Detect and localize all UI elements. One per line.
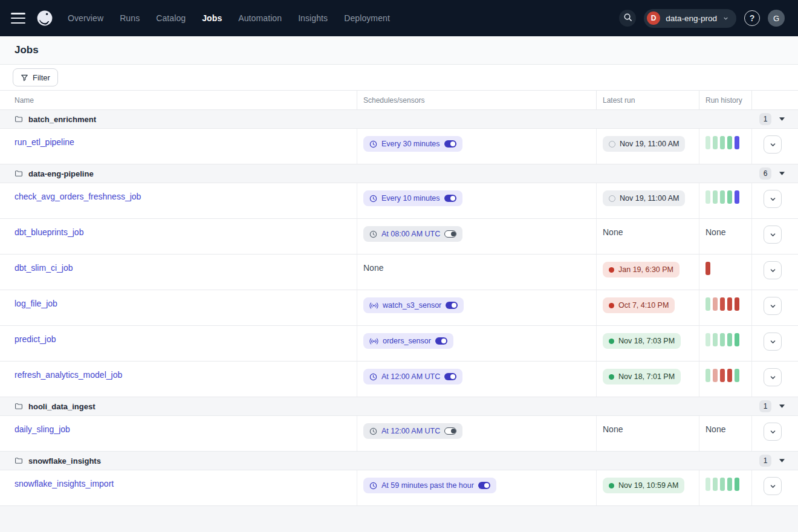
automation-toggle[interactable] [446,302,458,309]
run-history-bar[interactable] [727,478,732,491]
job-actions-button[interactable] [764,368,782,386]
run-history-bar[interactable] [713,136,718,149]
filter-button[interactable]: Filter [13,68,58,86]
job-name-link[interactable]: dbt_blueprints_job [15,227,83,237]
job-name-link[interactable]: refresh_analytics_model_job [15,370,122,380]
run-history-bar[interactable] [706,478,710,491]
automation-toggle[interactable] [444,195,456,202]
group-row[interactable]: hooli_data_ingest1 [0,397,798,416]
run-history-bar[interactable] [706,333,710,346]
run-history-bar[interactable] [735,333,739,346]
run-history-bar[interactable] [713,333,718,346]
job-name-link[interactable]: snowflake_insights_import [15,479,114,488]
job-actions-button[interactable] [764,225,782,244]
help-button[interactable]: ? [744,10,760,26]
run-history-bar[interactable] [735,190,739,204]
latest-run-pill[interactable]: Nov 19, 11:00 AM [603,136,685,152]
automation-toggle[interactable] [444,373,456,380]
job-name-link[interactable]: predict_job [15,334,56,344]
run-history-bar[interactable] [735,136,739,149]
collapse-caret-icon[interactable] [779,117,785,121]
schedule-chip[interactable]: At 12:00 AM UTC [363,423,462,439]
run-history-bar[interactable] [713,190,718,204]
run-history-bar[interactable] [713,297,718,311]
job-actions-button[interactable] [764,423,782,441]
run-history-bar[interactable] [727,369,732,382]
job-name-link[interactable]: check_avg_orders_freshness_job [15,192,141,201]
nav-link-runs[interactable]: Runs [120,13,140,23]
nav-link-catalog[interactable]: Catalog [156,13,186,23]
run-history-bar[interactable] [735,369,739,382]
latest-run-pill[interactable]: Nov 19, 10:59 AM [603,478,684,493]
run-history-bar[interactable] [720,478,725,491]
job-actions-button[interactable] [764,332,782,351]
dagster-logo[interactable] [35,8,54,28]
group-row[interactable]: snowflake_insights1 [0,452,798,470]
job-actions-button[interactable] [764,190,782,208]
latest-run-pill[interactable]: Nov 18, 7:01 PM [603,369,681,384]
run-history-bar[interactable] [727,297,732,311]
run-history-bar[interactable] [727,136,732,149]
schedule-chip[interactable]: Every 10 minutes [363,190,462,206]
job-name-link[interactable]: run_etl_pipeline [15,137,74,147]
schedule-chip[interactable]: At 12:00 AM UTC [363,369,462,384]
latest-run-pill[interactable]: Jan 19, 6:30 PM [603,262,680,277]
run-history-bar[interactable] [727,190,732,204]
run-history-bar[interactable] [706,190,710,204]
job-actions-button[interactable] [764,135,782,154]
job-actions-button[interactable] [764,297,782,315]
latest-run-pill[interactable]: Oct 7, 4:10 PM [603,297,675,313]
sensor-chip[interactable]: watch_s3_sensor [363,297,464,313]
job-name-link[interactable]: dbt_slim_ci_job [15,263,73,273]
run-history-bar[interactable] [713,369,718,382]
run-history-bars[interactable] [706,369,739,382]
job-name-link[interactable]: log_file_job [15,299,57,308]
nav-link-jobs[interactable]: Jobs [202,13,222,23]
menu-icon[interactable] [11,13,25,24]
run-history-bar[interactable] [720,297,725,311]
collapse-caret-icon[interactable] [779,459,785,462]
search-button[interactable] [619,10,636,27]
run-history-bar[interactable] [720,333,725,346]
automation-toggle[interactable] [444,140,456,148]
schedule-chip[interactable]: Every 30 minutes [363,136,462,152]
run-history-bar[interactable] [706,297,710,311]
run-history-bar[interactable] [727,333,732,346]
latest-run-pill[interactable]: Nov 19, 11:00 AM [603,190,685,206]
group-row[interactable]: data-eng-pipeline6 [0,164,798,183]
user-avatar[interactable]: G [768,10,785,27]
schedule-chip[interactable]: At 59 minutes past the hour [363,478,496,493]
automation-toggle[interactable] [435,337,447,345]
run-history-bar[interactable] [720,190,725,204]
automation-toggle[interactable] [478,482,490,489]
run-history-bars[interactable] [706,262,710,275]
run-history-bars[interactable] [706,333,739,346]
run-history-bars[interactable] [706,478,739,491]
schedule-chip[interactable]: At 08:00 AM UTC [363,226,462,242]
run-history-bar[interactable] [706,262,710,275]
run-history-bar[interactable] [735,297,739,311]
sensor-chip[interactable]: orders_sensor [363,333,453,349]
job-actions-button[interactable] [764,477,782,495]
collapse-caret-icon[interactable] [779,404,785,408]
nav-link-overview[interactable]: Overview [68,13,103,23]
job-actions-button[interactable] [764,261,782,279]
job-name-link[interactable]: daily_sling_job [15,424,70,434]
nav-link-deployment[interactable]: Deployment [344,13,390,23]
nav-link-automation[interactable]: Automation [238,13,282,23]
automation-toggle[interactable] [444,230,456,238]
run-history-bar[interactable] [713,478,718,491]
automation-toggle[interactable] [444,427,456,435]
run-history-bar[interactable] [706,369,710,382]
latest-run-pill[interactable]: Nov 18, 7:03 PM [603,333,681,349]
group-row[interactable]: batch_enrichment1 [0,110,798,129]
run-history-bar[interactable] [720,369,725,382]
run-history-bar[interactable] [706,136,710,149]
run-history-bars[interactable] [706,190,739,204]
run-history-bar[interactable] [720,136,725,149]
nav-link-insights[interactable]: Insights [298,13,328,23]
deployment-switcher[interactable]: D data-eng-prod [644,9,736,28]
run-history-bars[interactable] [706,297,739,311]
collapse-caret-icon[interactable] [779,172,785,175]
run-history-bars[interactable] [706,136,739,149]
